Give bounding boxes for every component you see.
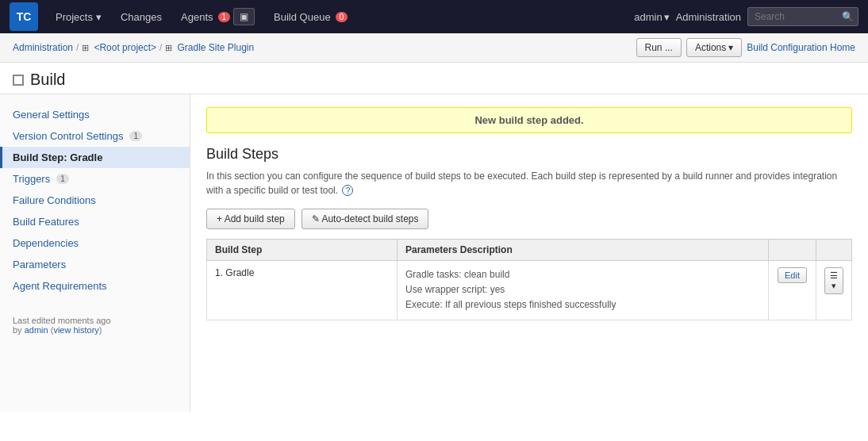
sidebar-item-build-features[interactable]: Build Features bbox=[0, 211, 190, 232]
edited-by-user[interactable]: admin bbox=[25, 325, 48, 335]
table-row: 1. GradleGradle tasks: clean buildUse wr… bbox=[207, 261, 852, 320]
col-build-step: Build Step bbox=[207, 240, 398, 261]
step-menu-button[interactable]: ☰ ▾ bbox=[824, 267, 843, 294]
view-history-link[interactable]: view history bbox=[53, 325, 98, 335]
breadcrumb-admin[interactable]: Administration bbox=[13, 42, 73, 53]
sidebar: General SettingsVersion Control Settings… bbox=[0, 94, 190, 412]
step-edit-cell: Edit bbox=[769, 261, 816, 320]
top-navigation: TC Projects ▾ Changes Agents 1 ▣ Build Q… bbox=[0, 0, 868, 33]
sidebar-item-failure-conditions[interactable]: Failure Conditions bbox=[0, 190, 190, 211]
autodetect-build-steps-button[interactable]: ✎ Auto-detect build steps bbox=[301, 209, 429, 229]
sidebar-item-agent-requirements[interactable]: Agent Requirements bbox=[0, 275, 190, 297]
breadcrumb-plugin[interactable]: Gradle Site Plugin bbox=[177, 42, 254, 53]
edit-step-button[interactable]: Edit bbox=[778, 267, 807, 283]
sidebar-item-triggers[interactable]: Triggers1 bbox=[0, 168, 190, 190]
nav-changes[interactable]: Changes bbox=[113, 6, 170, 28]
sidebar-badge-vcs-settings: 1 bbox=[129, 131, 142, 141]
agent-icon-btn[interactable]: ▣ bbox=[233, 8, 255, 25]
search-icon: 🔍 bbox=[842, 11, 854, 22]
breadcrumb-root[interactable]: <Root project> bbox=[94, 42, 156, 53]
breadcrumb-bar: Administration / ⊞ <Root project> / ⊞ Gr… bbox=[0, 33, 868, 63]
step-menu-cell: ☰ ▾ bbox=[816, 261, 852, 320]
step-desc-line: Execute: If all previous steps finished … bbox=[405, 297, 760, 313]
by-label: by bbox=[13, 325, 22, 335]
action-row: + Add build step ✎ Auto-detect build ste… bbox=[206, 209, 852, 229]
sidebar-footer: Last edited moments ago by admin (view h… bbox=[0, 303, 190, 347]
breadcrumb-actions: Run ... Actions ▾ Build Configuration Ho… bbox=[636, 38, 855, 57]
sidebar-item-dependencies[interactable]: Dependencies bbox=[0, 232, 190, 254]
main-content: New build step added. Build Steps In thi… bbox=[190, 94, 868, 412]
agents-badge: 1 bbox=[218, 12, 231, 22]
page-title: Build bbox=[30, 71, 65, 89]
nav-user[interactable]: admin ▾ bbox=[634, 11, 669, 23]
step-desc-line: Use wrapper script: yes bbox=[405, 282, 760, 297]
notice-box: New build step added. bbox=[206, 107, 852, 133]
build-queue-badge: 0 bbox=[336, 12, 348, 22]
nav-agents[interactable]: Agents 1 ▣ bbox=[173, 3, 263, 30]
nav-build-queue[interactable]: Build Queue 0 bbox=[266, 6, 355, 28]
main-layout: General SettingsVersion Control Settings… bbox=[0, 94, 868, 412]
actions-button[interactable]: Actions ▾ bbox=[686, 38, 742, 57]
last-edited-label: Last edited bbox=[13, 316, 56, 325]
plugin-icon: ⊞ bbox=[165, 43, 172, 53]
sidebar-item-build-step[interactable]: Build Step: Gradle bbox=[0, 147, 190, 168]
nav-projects[interactable]: Projects ▾ bbox=[48, 6, 109, 28]
sidebar-item-general-settings[interactable]: General Settings bbox=[0, 104, 190, 125]
col-menu-header bbox=[816, 240, 852, 261]
sidebar-item-parameters[interactable]: Parameters bbox=[0, 254, 190, 275]
sidebar-item-vcs-settings[interactable]: Version Control Settings1 bbox=[0, 125, 190, 147]
step-desc-line: Gradle tasks: clean build bbox=[405, 267, 760, 282]
run-button[interactable]: Run ... bbox=[636, 38, 682, 57]
breadcrumb: Administration / ⊞ <Root project> / ⊞ Gr… bbox=[13, 42, 254, 53]
root-project-icon: ⊞ bbox=[82, 43, 89, 53]
col-edit-header bbox=[769, 240, 816, 261]
build-config-home-link[interactable]: Build Configuration Home bbox=[747, 42, 855, 53]
search-wrap: 🔍 bbox=[747, 7, 858, 26]
section-title: Build Steps bbox=[206, 146, 852, 163]
section-description: In this section you can configure the se… bbox=[206, 169, 852, 197]
col-params-desc: Parameters Description bbox=[398, 240, 769, 261]
build-steps-table: Build Step Parameters Description 1. Gra… bbox=[206, 239, 852, 320]
step-name-cell: 1. Gradle bbox=[207, 261, 398, 320]
help-icon[interactable]: ? bbox=[342, 185, 353, 196]
nav-admin-link[interactable]: Administration bbox=[676, 11, 741, 23]
sidebar-badge-triggers: 1 bbox=[56, 174, 69, 184]
page-title-bar: Build bbox=[0, 63, 868, 94]
last-edited-when: moments ago bbox=[58, 316, 111, 325]
tc-logo: TC bbox=[10, 2, 38, 31]
step-desc-cell: Gradle tasks: clean buildUse wrapper scr… bbox=[398, 261, 769, 320]
page-title-icon bbox=[13, 75, 24, 86]
add-build-step-button[interactable]: + Add build step bbox=[206, 209, 295, 229]
